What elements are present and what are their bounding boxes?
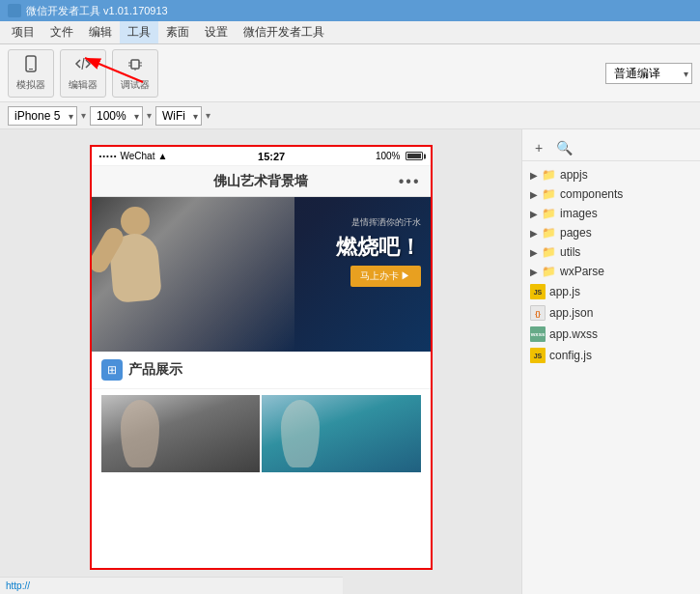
menu-face[interactable]: 素面 <box>158 21 197 43</box>
expand-icon: ▶ <box>530 209 538 219</box>
expand-icon: ▶ <box>530 247 538 258</box>
section-title: 产品展示 <box>128 361 182 379</box>
banner-bg: 是情挥洒你的汗水 燃烧吧！ 马上办卡 ▶ <box>92 197 431 352</box>
network-select-wrapper[interactable]: WiFi <box>155 106 202 126</box>
menu-wechat-devtools[interactable]: 微信开发者工具 <box>236 21 332 43</box>
mode-select[interactable]: 普通编译 <box>605 63 692 84</box>
athlete-figure <box>92 197 295 352</box>
folder-icon: 📁 <box>542 245 556 259</box>
file-item-app-wxss[interactable]: wxss app.wxss <box>522 324 700 345</box>
file-name-images: images <box>560 207 598 220</box>
menu-tools[interactable]: 工具 <box>120 21 158 43</box>
menu-file[interactable]: 文件 <box>42 21 81 43</box>
product-image-1 <box>101 395 261 472</box>
add-file-button[interactable]: + <box>530 139 547 156</box>
simulator-button[interactable]: 模拟器 <box>8 49 54 98</box>
file-item-pages[interactable]: ▶ 📁 pages <box>522 223 700 242</box>
product-image-2 <box>262 395 421 472</box>
debugger-button[interactable]: 调试器 <box>112 49 158 98</box>
network-chevron: ▾ <box>206 110 210 121</box>
signal-dots: ••••• <box>99 152 118 160</box>
file-item-appjs[interactable]: ▶ 📁 appjs <box>522 165 700 184</box>
banner-cta-button[interactable]: 马上办卡 ▶ <box>350 266 421 287</box>
status-bar: ••••• WeChat ▲ 15:27 100% <box>92 147 431 166</box>
expand-icon: ▶ <box>530 267 538 277</box>
zoom-select-wrapper[interactable]: 100% <box>90 106 143 126</box>
file-name-components: components <box>560 187 623 201</box>
battery-percent: 100% <box>376 151 401 161</box>
file-name-pages: pages <box>560 226 592 240</box>
menu-edit[interactable]: 编辑 <box>81 21 120 43</box>
file-item-app-js[interactable]: JS app.js <box>522 281 700 302</box>
bug-icon <box>126 55 144 76</box>
section-header: ⊞ 产品展示 <box>92 352 431 389</box>
banner-text-area: 是情挥洒你的汗水 燃烧吧！ 马上办卡 ▶ <box>336 216 421 287</box>
banner-main-text: 燃烧吧！ <box>336 233 421 262</box>
file-panel: + 🔍 ▶ 📁 appjs ▶ 📁 components ▶ 📁 images … <box>521 129 700 594</box>
battery-icon <box>406 152 423 160</box>
folder-icon: 📁 <box>542 226 556 240</box>
banner-area: 是情挥洒你的汗水 燃烧吧！ 马上办卡 ▶ <box>92 197 431 352</box>
js-icon: JS <box>530 284 546 299</box>
product-thumb-1 <box>101 395 261 472</box>
device-select[interactable]: iPhone 5 <box>8 106 77 126</box>
bottom-url-bar: http:// <box>0 577 343 594</box>
zoom-select[interactable]: 100% <box>90 106 143 126</box>
nav-menu-dots: ••• <box>399 173 421 190</box>
file-item-components[interactable]: ▶ 📁 components <box>522 184 700 204</box>
simulator-panel: ••••• WeChat ▲ 15:27 100% 佛山艺术背景墙 ••• <box>0 129 521 594</box>
search-file-button[interactable]: 🔍 <box>555 139 573 156</box>
app-icon <box>8 4 21 17</box>
json-icon: {} <box>530 305 546 321</box>
file-name-appjs: appjs <box>560 168 588 182</box>
search-icon: 🔍 <box>556 140 573 156</box>
folder-icon: 📁 <box>542 168 556 182</box>
file-item-app-json[interactable]: {} app.json <box>522 302 700 324</box>
file-item-wxparse[interactable]: ▶ 📁 wxParse <box>522 262 700 281</box>
zoom-chevron: ▾ <box>147 110 152 121</box>
mode-select-wrapper[interactable]: 普通编译 <box>605 63 692 84</box>
section-icon-symbol: ⊞ <box>107 363 117 377</box>
wifi-symbol: ▲ <box>157 151 167 161</box>
code-icon <box>74 55 92 76</box>
toolbar: 模拟器 编辑器 调试器 <box>0 44 700 102</box>
title-bar-text: 微信开发者工具 v1.01.170913 <box>26 4 168 18</box>
svg-line-2 <box>82 58 84 70</box>
file-name-config-js: config.js <box>549 349 592 362</box>
debugger-label: 调试器 <box>121 78 150 92</box>
status-time: 15:27 <box>258 151 285 162</box>
editor-button[interactable]: 编辑器 <box>60 49 106 98</box>
device-chevron: ▾ <box>81 110 86 121</box>
file-name-app-json: app.json <box>549 306 593 320</box>
device-select-wrapper[interactable]: iPhone 5 <box>8 106 77 126</box>
menu-project[interactable]: 项目 <box>4 21 42 43</box>
file-name-app-js: app.js <box>549 285 580 298</box>
product-thumb-2 <box>262 395 421 472</box>
head-shape <box>121 207 150 236</box>
banner-sub-text: 是情挥洒你的汗水 <box>351 216 421 229</box>
file-item-images[interactable]: ▶ 📁 images <box>522 204 700 223</box>
file-name-app-wxss: app.wxss <box>549 327 598 341</box>
main-area: ••••• WeChat ▲ 15:27 100% 佛山艺术背景墙 ••• <box>0 129 700 594</box>
js-icon-config: JS <box>530 348 546 363</box>
editor-label: 编辑器 <box>69 78 98 92</box>
file-name-utils: utils <box>560 245 580 259</box>
phone-frame: ••••• WeChat ▲ 15:27 100% 佛山艺术背景墙 ••• <box>90 145 433 570</box>
file-toolbar: + 🔍 <box>522 135 700 161</box>
menu-settings[interactable]: 设置 <box>197 21 236 43</box>
mode-dropdown-wrapper: 普通编译 <box>605 63 692 84</box>
network-select[interactable]: WiFi <box>155 106 202 126</box>
nav-title: 佛山艺术背景墙 <box>213 173 308 190</box>
expand-icon: ▶ <box>530 189 538 200</box>
svg-rect-3 <box>131 60 139 69</box>
product-row <box>92 389 431 478</box>
simulator-label: 模拟器 <box>16 78 45 92</box>
status-right: 100% <box>376 151 423 161</box>
file-item-config-js[interactable]: JS config.js <box>522 345 700 366</box>
status-left: ••••• WeChat ▲ <box>99 151 168 161</box>
folder-icon: 📁 <box>542 265 556 278</box>
nav-bar: 佛山艺术背景墙 ••• <box>92 166 431 197</box>
banner-btn-label: 马上办卡 ▶ <box>360 269 411 283</box>
device-bar: iPhone 5 ▾ 100% ▾ WiFi ▾ <box>0 102 700 129</box>
file-item-utils[interactable]: ▶ 📁 utils <box>522 242 700 262</box>
